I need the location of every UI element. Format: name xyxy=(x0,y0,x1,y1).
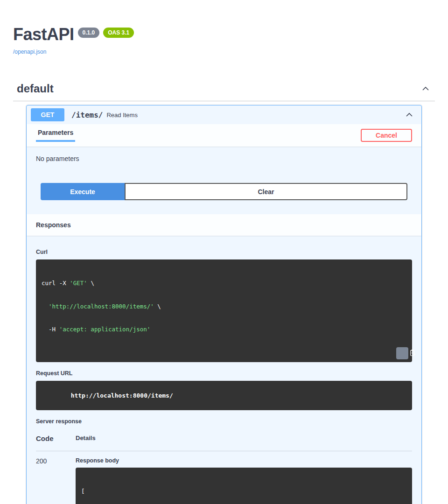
no-parameters-text: No parameters xyxy=(36,155,79,162)
live-response-row: 200 Response body [ { "name": "Portal Gu… xyxy=(36,457,412,504)
curl-text: -H xyxy=(42,326,59,333)
curl-command-block: curl -X 'GET' \ 'http://localhost:8000/i… xyxy=(36,259,412,362)
code-column-header: Code xyxy=(36,434,76,442)
request-url-block: http://localhost:8000/items/ xyxy=(36,381,412,410)
operation-summary: Read Items xyxy=(106,112,137,119)
tag-section-default: default GET /items/ Read Items Parameter… xyxy=(13,82,435,504)
curl-line: 'http://localhost:8000/items/' \ xyxy=(42,303,406,311)
curl-line: -H 'accept: application/json' xyxy=(42,326,406,334)
curl-text: \ xyxy=(154,303,161,310)
execute-button[interactable]: Execute xyxy=(41,183,125,200)
api-info-header: FastAPI 0.1.0 OAS 3.1 /openapi.json xyxy=(0,0,448,56)
parameters-section-header: Parameters Cancel xyxy=(27,124,421,147)
oas-badge: OAS 3.1 xyxy=(103,28,134,38)
method-badge-get: GET xyxy=(31,108,64,121)
clipboard-copy-icon xyxy=(388,342,416,365)
curl-text: curl -X xyxy=(42,280,70,287)
response-status-code: 200 xyxy=(36,457,76,465)
responses-section-title: Responses xyxy=(36,221,71,229)
response-details: Response body [ { "name": "Portal Gun", … xyxy=(76,457,412,504)
curl-line: curl -X 'GET' \ xyxy=(42,280,406,287)
tag-header-default[interactable]: default xyxy=(13,82,435,101)
tab-parameters[interactable]: Parameters xyxy=(36,129,75,142)
responses-section-header: Responses xyxy=(27,214,421,236)
version-badge: 0.1.0 xyxy=(78,28,100,38)
openapi-spec-link[interactable]: /openapi.json xyxy=(13,49,46,55)
copy-curl-button[interactable] xyxy=(396,347,408,359)
clear-button[interactable]: Clear xyxy=(125,183,407,200)
parameters-body: No parameters xyxy=(27,147,421,183)
opblock-get-items: GET /items/ Read Items Parameters Cancel… xyxy=(26,105,422,504)
response-body-label: Response body xyxy=(76,457,412,464)
cancel-button[interactable]: Cancel xyxy=(361,129,412,142)
curl-string: 'GET' xyxy=(70,280,87,287)
curl-text: \ xyxy=(87,280,94,287)
chevron-up-icon xyxy=(405,114,414,121)
response-body-block: [ { "name": "Portal Gun", "description":… xyxy=(76,468,412,504)
page-title: FastAPI xyxy=(13,25,74,44)
collapse-operation-button[interactable] xyxy=(404,109,415,120)
server-response-table-header: Code Details xyxy=(36,434,412,451)
json-line: [ xyxy=(81,488,406,495)
json-token: [ xyxy=(81,488,85,495)
curl-string: 'http://localhost:8000/items/' xyxy=(49,303,154,310)
curl-text xyxy=(42,303,49,310)
opblock-summary[interactable]: GET /items/ Read Items xyxy=(27,105,421,124)
request-url-label: Request URL xyxy=(36,370,72,377)
server-response-label: Server response xyxy=(36,418,82,425)
execute-row: Execute Clear xyxy=(27,183,421,214)
tag-title: default xyxy=(17,82,54,95)
request-url-value: http://localhost:8000/items/ xyxy=(71,392,173,399)
responses-inner: Curl curl -X 'GET' \ 'http://localhost:8… xyxy=(27,236,421,504)
chevron-up-icon xyxy=(421,88,430,95)
collapse-section-button[interactable] xyxy=(420,83,431,94)
operation-path: /items/ xyxy=(71,111,103,119)
curl-label: Curl xyxy=(36,249,48,255)
curl-string: 'accept: application/json' xyxy=(59,326,151,333)
details-column-header: Details xyxy=(76,434,96,441)
